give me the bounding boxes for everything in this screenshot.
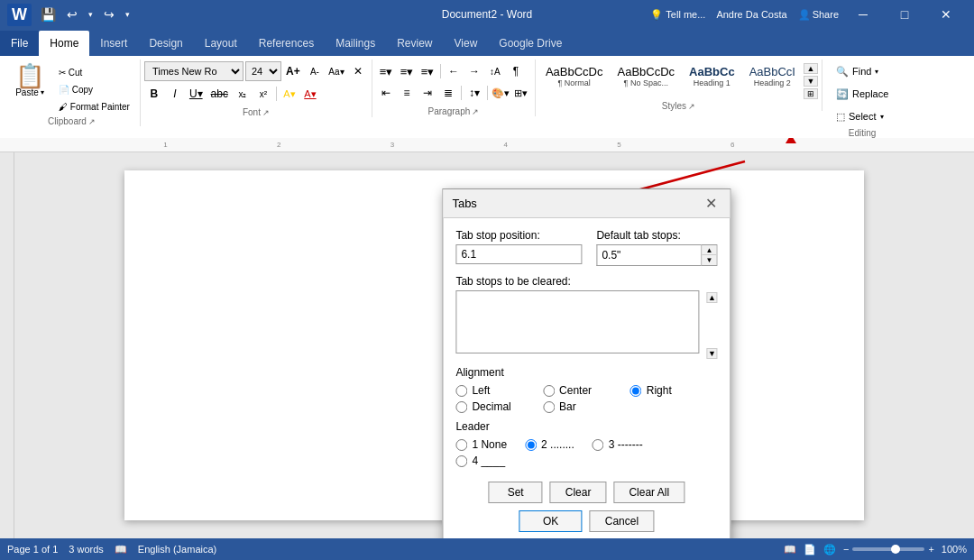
list-scroll-up[interactable]: ▲ [706,292,717,303]
align-left-btn[interactable]: ⇤ [376,83,396,103]
bold-btn[interactable]: B [144,84,164,104]
undo-btn[interactable]: ↩ [63,5,81,23]
cancel-btn[interactable]: Cancel [590,510,654,532]
numbering-btn[interactable]: ≡▾ [397,61,417,81]
styles-scroll-down[interactable]: ▼ [804,76,818,87]
leader-none-radio[interactable] [455,439,467,451]
align-right-option[interactable]: Right [630,384,718,397]
leader-dashed-radio[interactable] [593,439,604,451]
style-heading2[interactable]: AaBbCcI Heading 2 [743,61,802,91]
subscript-btn[interactable]: x₂ [233,84,253,104]
styles-expand[interactable]: ↗ [688,102,695,111]
style-normal[interactable]: AaBbCcDc ¶ Normal [539,61,610,91]
style-nospace[interactable]: AaBbCcDc ¶ No Spac... [611,61,682,91]
leader-none-option[interactable]: 1 None [455,438,507,451]
leader-dotted-radio[interactable] [525,439,537,451]
font-color-btn[interactable]: A▾ [300,84,320,104]
view-web-icon[interactable]: 🌐 [823,544,836,555]
undo-dropdown[interactable]: ▾ [85,8,96,21]
close-btn[interactable]: ✕ [925,0,967,29]
zoom-in-icon[interactable]: + [928,544,933,555]
align-left-option[interactable]: Left [455,384,543,397]
shading-btn[interactable]: 🎨▾ [491,83,510,103]
clear-all-btn[interactable]: Clear All [613,482,685,503]
default-tab-input[interactable] [596,244,701,266]
tab-review[interactable]: Review [386,31,443,56]
tab-file[interactable]: File [0,31,39,56]
superscript-btn[interactable]: x² [253,84,273,104]
font-grow-btn[interactable]: A+ [283,61,303,81]
tab-view[interactable]: View [444,31,489,56]
list-scroll-down[interactable]: ▼ [706,348,717,359]
tab-googledrive[interactable]: Google Drive [488,31,573,56]
zoom-slider[interactable]: − + [843,544,934,555]
align-center-radio[interactable] [543,385,555,397]
font-size-select[interactable]: 24 [245,61,281,81]
align-bar-option[interactable]: Bar [543,400,630,413]
font-name-select[interactable]: Times New Ro [144,61,244,81]
italic-btn[interactable]: I [165,84,185,104]
align-left-radio[interactable] [455,385,467,397]
customize-btn[interactable]: ▾ [122,8,133,21]
highlight-color-btn[interactable]: A▾ [280,84,299,104]
find-btn[interactable]: 🔍 Find ▾ [830,61,895,81]
borders-btn[interactable]: ⊞▾ [511,83,531,103]
styles-scroll-up[interactable]: ▲ [804,63,818,74]
zoom-out-icon[interactable]: − [843,544,849,555]
justify-btn[interactable]: ≣ [438,83,458,103]
maximize-btn[interactable]: □ [884,0,925,29]
tab-layout[interactable]: Layout [194,31,248,56]
align-decimal-option[interactable]: Decimal [455,400,543,413]
leader-underline-option[interactable]: 4 ____ [455,454,717,467]
align-decimal-radio[interactable] [455,401,467,413]
view-print-icon[interactable]: 📄 [804,544,816,555]
leader-dotted-option[interactable]: 2 ........ [525,438,574,451]
align-bar-radio[interactable] [543,401,555,413]
view-read-icon[interactable]: 📖 [784,544,796,555]
leader-dashed-option[interactable]: 3 ------- [593,438,643,451]
align-center-option[interactable]: Center [543,384,630,397]
sort-btn[interactable]: ↕A [485,61,505,81]
tab-insert[interactable]: Insert [89,31,138,56]
replace-btn[interactable]: 🔄 Replace [830,84,895,104]
change-case-btn[interactable]: Aa▾ [326,61,346,81]
dialog-close-btn[interactable]: ✕ [702,195,721,212]
copy-button[interactable]: 📄 Copy [54,82,134,97]
save-btn[interactable]: 💾 [37,5,60,23]
tab-references[interactable]: References [248,31,325,56]
tab-design[interactable]: Design [138,31,193,56]
cut-button[interactable]: ✂ Cut [54,65,134,80]
redo-btn[interactable]: ↪ [100,5,118,23]
tab-stop-input[interactable] [455,244,582,264]
align-right-btn[interactable]: ⇥ [418,83,437,103]
tell-me-btn[interactable]: 💡 Tell me... [647,7,709,23]
minimize-btn[interactable]: ─ [842,0,884,29]
select-btn[interactable]: ⬚ Select ▾ [830,106,895,126]
tab-home[interactable]: Home [39,31,89,56]
paste-button[interactable]: 📋 Paste ▾ [9,61,51,100]
spinner-down[interactable]: ▼ [702,255,716,265]
leader-underline-radio[interactable] [455,455,467,467]
increase-indent-btn[interactable]: → [464,61,484,81]
align-center-btn[interactable]: ≡ [397,83,417,103]
format-painter-button[interactable]: 🖌 Format Painter [54,99,134,115]
clear-formatting-btn[interactable]: ✕ [348,61,368,81]
underline-btn[interactable]: U▾ [186,84,207,104]
styles-more[interactable]: ⊞ [804,88,818,99]
style-heading1[interactable]: AaBbCc Heading 1 [683,61,741,91]
ok-btn[interactable]: OK [519,510,583,532]
font-expand[interactable]: ↗ [262,108,270,117]
show-marks-btn[interactable]: ¶ [506,61,526,81]
font-shrink-btn[interactable]: A- [305,61,325,81]
tab-stops-listbox[interactable] [455,290,699,353]
para-expand[interactable]: ↗ [472,107,479,116]
tab-mailings[interactable]: Mailings [325,31,386,56]
clear-btn[interactable]: Clear [550,482,607,503]
share-btn[interactable]: 👤 Share [795,7,842,23]
bullets-btn[interactable]: ≡▾ [376,61,396,81]
set-btn[interactable]: Set [489,482,543,503]
strikethrough-btn[interactable]: abc [207,84,232,104]
decrease-indent-btn[interactable]: ← [444,61,464,81]
spinner-up[interactable]: ▲ [702,245,716,255]
multilevel-btn[interactable]: ≡▾ [418,61,437,81]
